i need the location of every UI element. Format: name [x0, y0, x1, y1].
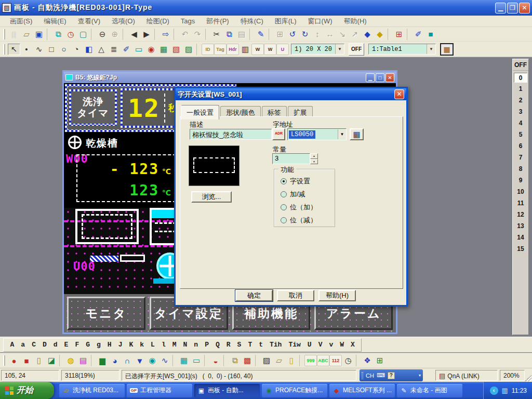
- gauge-icon[interactable]: ◉: [146, 355, 158, 366]
- rotate-cw-icon[interactable]: ↻: [299, 29, 311, 40]
- trend-icon[interactable]: ∿: [158, 355, 171, 366]
- prev-screen-icon[interactable]: ◀: [128, 29, 140, 40]
- tag-letter-button[interactable]: P: [202, 341, 212, 349]
- alarm-icon[interactable]: ◒: [209, 355, 222, 366]
- task-project-manager[interactable]: GP 工程管理器: [127, 384, 192, 397]
- exit-icon[interactable]: ⇨: [159, 29, 172, 40]
- state-button[interactable]: 15: [514, 244, 527, 254]
- keyboard-icon[interactable]: ⌨: [377, 372, 385, 379]
- menu-item[interactable]: 编辑(E): [39, 16, 71, 27]
- square-button-icon[interactable]: ■: [20, 355, 33, 366]
- tag-letter-button[interactable]: v: [326, 341, 337, 349]
- tag-letter-button[interactable]: D: [39, 341, 50, 349]
- cancel-button[interactable]: 取消: [277, 290, 314, 301]
- menu-item[interactable]: 选项(O): [107, 16, 140, 27]
- fill-color-icon[interactable]: ■: [424, 29, 437, 40]
- close-button[interactable]: ✕: [519, 3, 530, 14]
- u-toggle[interactable]: U: [276, 44, 289, 55]
- polyline-tool-icon[interactable]: ∿: [33, 44, 45, 55]
- task-folder[interactable]: ▱ 洗浄机 RED03...: [59, 384, 125, 397]
- window-parts-icon[interactable]: ▯: [285, 355, 298, 366]
- constant-spinner[interactable]: 3 ▲ ▼: [272, 153, 318, 164]
- chevron-down-icon[interactable]: ▼: [335, 44, 344, 54]
- state-button[interactable]: 0: [514, 73, 527, 83]
- separator[interactable]: [407, 29, 410, 40]
- keypad-icon[interactable]: ▦: [178, 355, 190, 366]
- duplicate-icon[interactable]: ⊞: [274, 29, 286, 40]
- separator[interactable]: [299, 355, 303, 366]
- copy-icon[interactable]: ⧉: [223, 29, 235, 40]
- tag-letter-button[interactable]: X: [348, 341, 358, 349]
- tag-letter-button[interactable]: a: [18, 341, 29, 349]
- tag-letter-button[interactable]: g: [94, 341, 104, 349]
- state-button[interactable]: 2: [514, 96, 527, 105]
- bar-graph-icon[interactable]: ▆: [96, 355, 109, 366]
- tag-letter-button[interactable]: H: [104, 341, 115, 349]
- function-radio[interactable]: 位（减）: [281, 216, 335, 225]
- state-button[interactable]: 10: [514, 187, 527, 197]
- zoom-out-icon[interactable]: ⊖: [96, 29, 109, 40]
- word-address-combo[interactable]: LS0050 ▼: [287, 128, 347, 140]
- timer-label-box[interactable]: 洗浄 タイマ: [69, 89, 117, 126]
- constant-value[interactable]: 3: [272, 153, 310, 164]
- tag-letter-button[interactable]: l: [158, 341, 169, 349]
- tag-letter-button[interactable]: k: [137, 341, 148, 349]
- tag-letter-button[interactable]: W: [337, 341, 348, 349]
- language-bar[interactable]: CH ⌨ ? ▾: [360, 369, 423, 381]
- tag-letter-button[interactable]: R: [223, 341, 234, 349]
- tag-letter-button[interactable]: d: [50, 341, 61, 349]
- window-screen-icon[interactable]: ⊞: [374, 355, 386, 366]
- zoom-in-icon[interactable]: ⊕: [109, 29, 121, 40]
- off-state-toggle[interactable]: OFF: [349, 43, 364, 56]
- open-icon[interactable]: ▱: [20, 29, 33, 40]
- shapes-icon[interactable]: ❖: [361, 355, 374, 366]
- state-button[interactable]: 7: [514, 153, 527, 163]
- menu-item[interactable]: 画面(S): [5, 16, 37, 27]
- state-button[interactable]: 8: [514, 164, 527, 174]
- clock-display-icon[interactable]: ◷: [342, 355, 354, 366]
- tag-letter-button[interactable]: Tiw: [285, 341, 304, 349]
- library-red-icon[interactable]: ▧: [170, 44, 182, 55]
- w1-toggle[interactable]: W: [251, 44, 264, 55]
- state-button[interactable]: 13: [514, 221, 527, 231]
- browse-button[interactable]: 浏览...: [191, 191, 232, 203]
- minimize-button[interactable]: ▁: [366, 73, 375, 82]
- snap-grid-icon[interactable]: ⊞: [393, 29, 405, 40]
- language-bar-options-icon[interactable]: ▾: [419, 373, 421, 378]
- chevron-down-icon[interactable]: ▼: [427, 44, 435, 54]
- dialog-titlebar[interactable]: 字开关设置[WS_001] ✕: [176, 88, 406, 100]
- lamp-icon[interactable]: ◍: [64, 355, 77, 366]
- separator[interactable]: [269, 29, 272, 40]
- rect-tool-icon[interactable]: □: [45, 44, 58, 55]
- cut-icon[interactable]: ✂: [210, 29, 223, 40]
- marker-tool-icon[interactable]: ✐: [120, 44, 132, 55]
- language-indicator[interactable]: CH: [366, 373, 374, 379]
- send-back-icon[interactable]: ◆: [374, 29, 386, 40]
- task-drawing-board[interactable]: ▣ 画板 - 自動...: [194, 384, 260, 397]
- table-edit-icon[interactable]: ▦: [440, 43, 454, 56]
- state-button[interactable]: 4: [514, 118, 527, 128]
- tag-letter-button[interactable]: G: [83, 341, 94, 349]
- state-button[interactable]: 5: [514, 130, 527, 140]
- tag-letter-button[interactable]: L: [148, 341, 158, 349]
- rocker-switch-icon[interactable]: ◪: [45, 355, 58, 366]
- align-vertical-icon[interactable]: ↕: [311, 29, 324, 40]
- state-button[interactable]: 9: [514, 176, 527, 185]
- spin-up-icon[interactable]: ▲: [310, 153, 318, 159]
- tag-letter-button[interactable]: T: [245, 341, 256, 349]
- separator[interactable]: [91, 355, 95, 366]
- dryer-tank[interactable]: [75, 209, 139, 244]
- counter-display-icon[interactable]: 999: [304, 355, 317, 366]
- function-radio[interactable]: 位（加）: [281, 203, 335, 212]
- shrink-icon[interactable]: ↘: [336, 29, 349, 40]
- function-radio[interactable]: 加/减: [281, 190, 335, 199]
- parts-search-icon[interactable]: ▨: [260, 355, 273, 366]
- separator[interactable]: [174, 29, 177, 40]
- scale-tool-icon[interactable]: ≣: [108, 44, 120, 55]
- tag-letter-button[interactable]: t: [256, 341, 267, 349]
- tray-collapse-icon[interactable]: ‹: [490, 387, 498, 395]
- state-button[interactable]: 11: [514, 198, 527, 208]
- align-horizontal-icon[interactable]: ↔: [324, 29, 336, 40]
- tank-icon[interactable]: ▼: [134, 355, 146, 366]
- timer-icon[interactable]: ◷: [64, 29, 77, 40]
